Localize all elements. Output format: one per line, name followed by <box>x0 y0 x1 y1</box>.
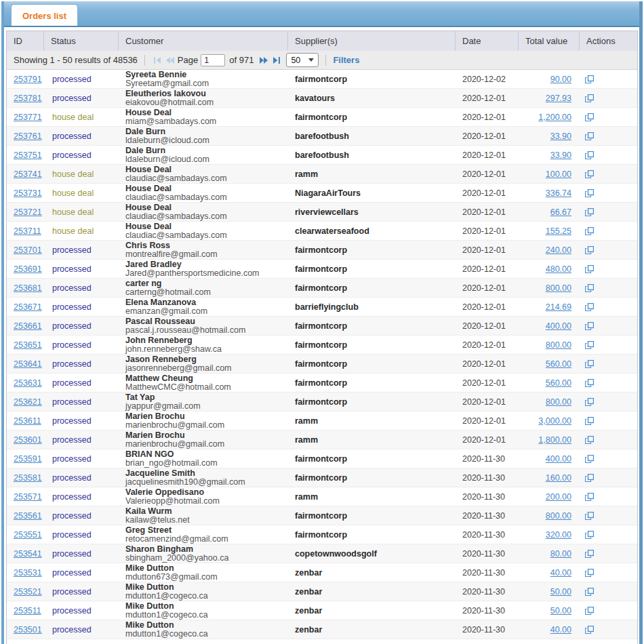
order-id-link[interactable]: 253521 <box>14 587 42 597</box>
next-page-button[interactable] <box>258 54 270 66</box>
order-supplier: fairmontcorp <box>288 70 456 88</box>
open-in-new-window-icon[interactable] <box>585 569 594 577</box>
order-id-link[interactable]: 253651 <box>14 340 42 350</box>
open-in-new-window-icon[interactable] <box>585 94 594 102</box>
open-in-new-window-icon[interactable] <box>585 607 594 615</box>
order-id-link[interactable]: 253791 <box>14 75 42 84</box>
order-id-link[interactable]: 253731 <box>14 188 42 198</box>
open-in-new-window-icon[interactable] <box>585 417 594 425</box>
order-date: 2020-12-01 <box>456 317 519 335</box>
order-id-link[interactable]: 253601 <box>14 435 42 445</box>
order-id-link[interactable]: 253781 <box>14 94 42 103</box>
open-in-new-window-icon[interactable] <box>585 474 594 482</box>
order-total-link[interactable]: 320.00 <box>546 530 571 540</box>
order-total-link[interactable]: 90.00 <box>550 75 571 84</box>
open-in-new-window-icon[interactable] <box>585 113 594 121</box>
order-id-link[interactable]: 253771 <box>14 113 42 122</box>
open-in-new-window-icon[interactable] <box>585 208 594 216</box>
order-id-link[interactable]: 253691 <box>14 264 42 274</box>
previous-page-button[interactable] <box>164 54 176 66</box>
order-total-link[interactable]: 800.00 <box>546 340 571 350</box>
open-in-new-window-icon[interactable] <box>585 493 594 501</box>
order-total-link[interactable]: 800.00 <box>546 397 571 407</box>
open-in-new-window-icon[interactable] <box>585 265 594 273</box>
order-id-link[interactable]: 253641 <box>14 359 42 369</box>
order-id-link[interactable]: 253671 <box>14 302 42 312</box>
order-id-link[interactable]: 253511 <box>14 606 41 616</box>
open-in-new-window-icon[interactable] <box>585 322 594 330</box>
open-in-new-window-icon[interactable] <box>585 626 594 634</box>
open-in-new-window-icon[interactable] <box>585 170 594 178</box>
open-in-new-window-icon[interactable] <box>585 284 594 292</box>
order-id-link[interactable]: 253571 <box>14 492 42 502</box>
open-in-new-window-icon[interactable] <box>585 436 594 444</box>
order-total-link[interactable]: 100.00 <box>546 169 571 179</box>
open-in-new-window-icon[interactable] <box>585 398 594 406</box>
order-total-link[interactable]: 560.00 <box>546 359 571 369</box>
order-id-link[interactable]: 253611 <box>14 416 41 426</box>
open-in-new-window-icon[interactable] <box>585 303 594 311</box>
open-in-new-window-icon[interactable] <box>585 341 594 349</box>
order-id-link[interactable]: 253621 <box>14 397 42 407</box>
order-id-link[interactable]: 253551 <box>14 530 42 540</box>
open-in-new-window-icon[interactable] <box>585 588 594 596</box>
order-id-link[interactable]: 253711 <box>14 226 41 236</box>
order-total-link[interactable]: 214.69 <box>546 302 571 312</box>
open-in-new-window-icon[interactable] <box>585 531 594 539</box>
order-id-link[interactable]: 253661 <box>14 321 42 331</box>
page-size-select[interactable]: 50 <box>286 53 319 67</box>
page-number-input[interactable] <box>201 54 225 66</box>
order-total-link[interactable]: 336.74 <box>546 188 571 198</box>
order-total-link[interactable]: 50.00 <box>550 587 571 597</box>
order-total-link[interactable]: 1,200.00 <box>538 113 571 122</box>
order-total-link[interactable]: 160.00 <box>546 473 571 483</box>
order-id-link[interactable]: 253501 <box>14 625 42 635</box>
order-id-link[interactable]: 253531 <box>14 568 42 578</box>
first-page-button[interactable] <box>152 54 164 66</box>
open-in-new-window-icon[interactable] <box>585 360 594 368</box>
order-total-link[interactable]: 400.00 <box>546 321 571 331</box>
open-in-new-window-icon[interactable] <box>585 132 594 140</box>
order-total-link[interactable]: 33.90 <box>550 132 571 141</box>
order-id-link[interactable]: 253561 <box>14 511 42 521</box>
open-in-new-window-icon[interactable] <box>585 512 594 520</box>
filters-link[interactable]: Filters <box>333 55 359 65</box>
order-total-link[interactable]: 40.00 <box>550 625 571 635</box>
order-id-link[interactable]: 253591 <box>14 454 42 464</box>
order-id-link[interactable]: 253541 <box>14 549 42 559</box>
order-id-link[interactable]: 253761 <box>14 132 42 141</box>
open-in-new-window-icon[interactable] <box>585 246 594 254</box>
open-in-new-window-icon[interactable] <box>585 455 594 463</box>
last-page-button[interactable] <box>270 54 282 66</box>
order-total-link[interactable]: 297.93 <box>546 94 571 103</box>
open-in-new-window-icon[interactable] <box>585 75 594 83</box>
order-total-link[interactable]: 1,800.00 <box>538 435 571 445</box>
order-total-link[interactable]: 40.00 <box>550 568 571 578</box>
order-id-link[interactable]: 253701 <box>14 245 42 255</box>
open-in-new-window-icon[interactable] <box>585 227 594 235</box>
order-id-link[interactable]: 253581 <box>14 473 42 483</box>
order-id-link[interactable]: 253751 <box>14 150 42 160</box>
open-in-new-window-icon[interactable] <box>585 189 594 197</box>
open-in-new-window-icon[interactable] <box>585 379 594 387</box>
order-total-link[interactable]: 33.90 <box>550 150 571 160</box>
open-in-new-window-icon[interactable] <box>585 151 594 159</box>
order-id-link[interactable]: 253721 <box>14 207 42 217</box>
open-in-new-window-icon[interactable] <box>585 550 594 558</box>
order-total-link[interactable]: 240.00 <box>546 245 571 255</box>
order-total-link[interactable]: 200.00 <box>546 492 571 502</box>
order-id-link[interactable]: 253681 <box>14 283 42 293</box>
order-id-link[interactable]: 253631 <box>14 378 42 388</box>
order-total-link[interactable]: 3,000.00 <box>538 416 571 426</box>
order-total-link[interactable]: 66.67 <box>550 207 571 217</box>
order-total-link[interactable]: 480.00 <box>546 264 571 274</box>
order-total-link[interactable]: 560.00 <box>546 378 571 388</box>
order-total-link[interactable]: 400.00 <box>546 454 571 464</box>
order-id-link[interactable]: 253741 <box>14 169 42 179</box>
order-total-link[interactable]: 800.00 <box>546 511 571 521</box>
order-total-link[interactable]: 80.00 <box>550 549 571 559</box>
order-total-link[interactable]: 50.00 <box>550 606 571 616</box>
order-total-link[interactable]: 800.00 <box>546 283 571 293</box>
order-total-link[interactable]: 155.25 <box>546 226 571 236</box>
tab-orders-list[interactable]: Orders list <box>11 4 78 26</box>
